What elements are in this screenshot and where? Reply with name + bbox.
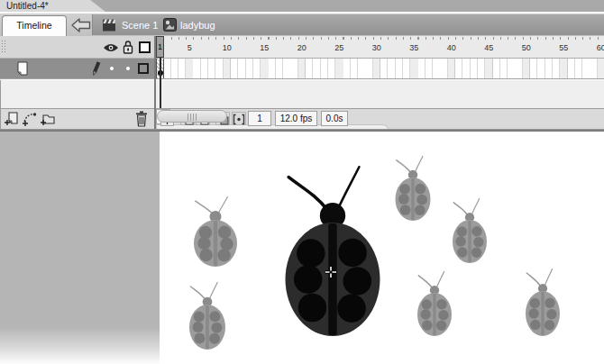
breadcrumb-scene-label: Scene 1 bbox=[122, 20, 158, 31]
ladybug-spot bbox=[471, 248, 481, 258]
ladybug-spot bbox=[530, 320, 540, 330]
show-all-layers-as-outlines-icon[interactable] bbox=[139, 41, 151, 53]
ladybug-antenna-right bbox=[471, 198, 480, 215]
layers-panel-empty-area bbox=[0, 80, 154, 108]
ladybug-small-4[interactable] bbox=[453, 198, 487, 263]
ladybug-antenna-left bbox=[453, 203, 468, 215]
ladybug-small-1[interactable] bbox=[194, 197, 237, 267]
ladybug-spot bbox=[209, 311, 220, 322]
ladybug-spot bbox=[545, 298, 554, 308]
insert-layer-folder-button[interactable] bbox=[40, 111, 56, 127]
ladybug-spot bbox=[416, 195, 427, 205]
timeline-panel-tab[interactable]: Timeline bbox=[2, 15, 67, 36]
ladybug-spot bbox=[422, 320, 432, 330]
layer-row-layer1[interactable]: Layer 1 bbox=[0, 59, 154, 79]
frames-empty-area bbox=[156, 80, 604, 108]
panel-gripper[interactable] bbox=[1, 40, 6, 54]
ladybug-antenna-right bbox=[436, 271, 444, 288]
ladybug-spot bbox=[415, 205, 426, 215]
back-arrow-button[interactable] bbox=[70, 17, 92, 33]
ladybug-spot bbox=[473, 237, 483, 247]
edit-pencil-icon bbox=[89, 60, 103, 77]
ladybug-small-6[interactable] bbox=[526, 269, 560, 337]
ladybug-spot bbox=[218, 226, 231, 239]
ladybug-spot bbox=[422, 299, 432, 309]
ruler-frame-number: 10 bbox=[218, 43, 236, 52]
ruler-frame-number: 15 bbox=[255, 43, 273, 52]
ladybug-small-3[interactable] bbox=[396, 156, 431, 221]
ruler-ticks bbox=[156, 37, 604, 40]
modify-onion-markers-button[interactable] bbox=[232, 112, 246, 125]
ladybug-antenna-left bbox=[190, 287, 206, 300]
ladybug-spot bbox=[530, 298, 540, 308]
ruler-frame-number: 55 bbox=[554, 43, 572, 52]
show-hide-all-layers-icon[interactable] bbox=[103, 42, 119, 53]
layer-lock-dot[interactable] bbox=[126, 67, 130, 70]
ladybug-antenna-left bbox=[418, 276, 433, 288]
ladybug-spot bbox=[415, 184, 426, 195]
ladybug-spot bbox=[194, 312, 205, 323]
ladybug-spot bbox=[297, 239, 325, 268]
add-motion-guide-button[interactable] bbox=[22, 111, 38, 127]
ladybug-spot bbox=[436, 299, 446, 309]
layers-panel-header bbox=[0, 36, 154, 59]
ladybug-stripe bbox=[433, 294, 435, 335]
layer-page-icon bbox=[14, 61, 29, 77]
timeline-ruler[interactable]: 51015202530354045505560 1 bbox=[156, 36, 604, 59]
document-title: Untitled-4* bbox=[0, 0, 90, 12]
ladybug-spot bbox=[545, 320, 554, 330]
ladybug-spot bbox=[471, 226, 481, 236]
ruler-frame-number: 35 bbox=[405, 43, 423, 52]
ladybug-antenna-right bbox=[209, 283, 217, 300]
ladybug-spot bbox=[457, 226, 467, 236]
ladybug-spot bbox=[298, 294, 327, 323]
ruler-frame-number: 30 bbox=[368, 43, 386, 52]
ladybug-stripe bbox=[206, 305, 209, 349]
insert-layer-button[interactable] bbox=[4, 111, 20, 127]
ladybug-small-5[interactable] bbox=[417, 271, 452, 336]
playhead-handle[interactable]: 1 bbox=[156, 36, 164, 58]
breadcrumb-scene[interactable]: Scene 1 bbox=[102, 14, 158, 35]
ladybug-stripe bbox=[468, 221, 471, 262]
ladybug-spot bbox=[436, 321, 446, 331]
back-arrow-icon bbox=[70, 17, 92, 33]
modify-onion-markers-icon bbox=[233, 114, 245, 125]
ladybug-spot bbox=[217, 249, 230, 261]
frame-rate-display[interactable]: 12.0 fps bbox=[275, 111, 317, 126]
ladybug-spot bbox=[528, 308, 538, 318]
ruler-frame-number: 45 bbox=[480, 43, 498, 52]
ladybug-antenna-right bbox=[337, 167, 359, 210]
layer-outline-color-swatch[interactable] bbox=[138, 63, 149, 74]
layer1-frames-row[interactable] bbox=[156, 59, 604, 79]
lock-unlock-all-layers-icon[interactable] bbox=[123, 40, 133, 55]
ladybug-large-selected[interactable] bbox=[286, 167, 380, 336]
ladybug-spot bbox=[337, 294, 366, 323]
symbol-icon bbox=[163, 18, 177, 32]
delete-layer-trash-button[interactable] bbox=[134, 110, 149, 128]
document-tab-strip: Untitled-4* bbox=[0, 0, 604, 12]
ladybug-stripe bbox=[411, 178, 415, 220]
breadcrumb-symbol: ladybug bbox=[163, 14, 215, 35]
breadcrumb-symbol-label: ladybug bbox=[180, 20, 215, 31]
scrollbar-thumb-ridges bbox=[188, 114, 197, 121]
ladybug-spot bbox=[211, 323, 222, 333]
ladybug-antenna-left bbox=[397, 160, 411, 173]
scene-clapperboard-icon bbox=[102, 18, 118, 32]
ladybug-antenna-left bbox=[288, 177, 328, 211]
ladybug-small-2[interactable] bbox=[189, 283, 225, 350]
scrollbar-thumb[interactable] bbox=[157, 110, 227, 123]
ruler-frame-number: 60 bbox=[592, 43, 604, 52]
ladybug-spot bbox=[209, 333, 220, 344]
ruler-frame-number: 5 bbox=[180, 43, 198, 52]
ruler-frame-number: 50 bbox=[517, 43, 535, 52]
ladybug-spot bbox=[546, 309, 556, 319]
ladybug-spot bbox=[193, 322, 204, 332]
stage-artwork bbox=[0, 132, 604, 364]
layer-visibility-dot[interactable] bbox=[110, 67, 114, 70]
flash-application-window: Untitled-4* Timeline Scene 1 ladybug bbox=[0, 0, 604, 364]
document-tab[interactable]: Untitled-4* bbox=[0, 0, 90, 12]
ladybug-spot bbox=[455, 236, 465, 246]
edit-bar: Scene 1 ladybug bbox=[92, 14, 604, 35]
ladybug-antenna-left bbox=[196, 201, 214, 214]
ladybug-spot bbox=[457, 247, 467, 257]
